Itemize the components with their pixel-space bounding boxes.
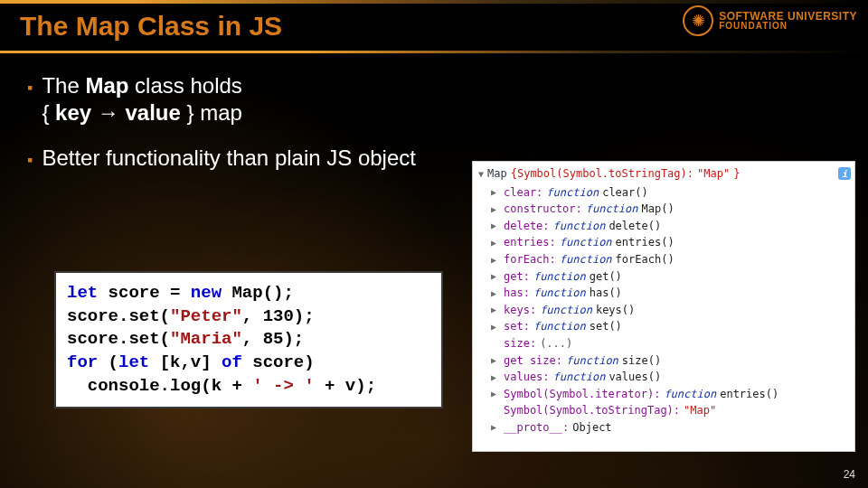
console-row[interactable]: size: (...) bbox=[478, 335, 851, 352]
console-function-sig: keys() bbox=[596, 302, 635, 319]
code-kw: for bbox=[67, 352, 108, 372]
console-function-sig: Map() bbox=[642, 201, 675, 218]
expand-triangle-icon[interactable]: ▶ bbox=[491, 185, 500, 200]
console-prop-name: constructor: bbox=[504, 201, 582, 218]
code-txt: ( bbox=[108, 352, 118, 372]
console-row[interactable]: ▶keys: function keys() bbox=[478, 302, 851, 319]
bullet-2: ▪ Better functionality than plain JS obj… bbox=[27, 145, 470, 172]
code-txt: + v); bbox=[315, 376, 376, 396]
console-plain-value: (...) bbox=[540, 335, 572, 352]
slide-title: The Map Class in JS bbox=[20, 11, 282, 42]
bullet-1-text: The Map class holds { key → value } map bbox=[42, 72, 242, 127]
code-kw: of bbox=[222, 352, 252, 372]
console-row[interactable]: ▶has: function has() bbox=[478, 285, 851, 302]
expand-triangle-icon[interactable]: ▼ bbox=[478, 167, 484, 182]
code-kw: new bbox=[191, 283, 222, 303]
bullet-1-bold2: key bbox=[55, 100, 98, 125]
logo-text: SOFTWARE UNIVERSITY FOUNDATION bbox=[719, 11, 857, 31]
info-icon[interactable]: i bbox=[838, 167, 851, 180]
code-txt: [k,v] bbox=[160, 352, 222, 372]
console-row[interactable]: ▶values: function values() bbox=[478, 369, 851, 386]
expand-triangle-icon[interactable]: ▶ bbox=[491, 202, 500, 217]
console-function-sig: size() bbox=[622, 352, 661, 370]
page-number: 24 bbox=[844, 468, 855, 481]
console-row[interactable]: ▶get size: function size() bbox=[478, 352, 851, 370]
console-row[interactable]: ▶entries: function entries() bbox=[478, 234, 851, 251]
console-object-value: Object bbox=[572, 419, 611, 436]
expand-triangle-icon[interactable]: ▶ bbox=[491, 353, 500, 368]
console-prop-name: Symbol(Symbol.iterator): bbox=[504, 386, 660, 403]
bullet-1-pre: The bbox=[42, 73, 85, 98]
code-txt: score = bbox=[98, 283, 191, 303]
console-function-sig: set() bbox=[590, 318, 622, 335]
code-sample: let score = new Map(); score.set("Peter"… bbox=[54, 271, 443, 408]
top-accent-bar bbox=[0, 0, 868, 4]
code-str: ' -> ' bbox=[252, 376, 314, 396]
console-row[interactable]: ▶set: function set() bbox=[478, 318, 851, 335]
expand-triangle-icon[interactable]: ▶ bbox=[491, 420, 500, 435]
code-txt: , 130); bbox=[242, 306, 315, 326]
title-underline bbox=[0, 51, 868, 53]
console-function-sig: entries() bbox=[720, 386, 778, 403]
expand-triangle-icon[interactable]: ▶ bbox=[491, 253, 500, 267]
console-prop-name: has: bbox=[504, 285, 530, 302]
console-map-label: Map bbox=[487, 165, 507, 183]
console-row[interactable]: ▶delete: function delete() bbox=[478, 218, 851, 235]
bullet-1: ▪ The Map class holds { key → value } ma… bbox=[27, 72, 470, 127]
expand-triangle-icon[interactable]: ▶ bbox=[491, 219, 500, 233]
console-string-value: "Map" bbox=[684, 402, 716, 419]
arrow-icon: → bbox=[98, 100, 119, 125]
console-function-sig: entries() bbox=[616, 234, 675, 251]
console-prop-name: get: bbox=[504, 268, 530, 286]
console-function-keyword: function bbox=[553, 369, 606, 386]
code-txt: score.set( bbox=[67, 329, 170, 349]
console-prop-name: __proto__: bbox=[504, 419, 569, 436]
devtools-console-panel: ▼ Map {Symbol(Symbol.toStringTag): "Map"… bbox=[472, 161, 855, 452]
console-prop-name: delete: bbox=[504, 218, 550, 235]
console-function-sig: clear() bbox=[602, 184, 648, 202]
console-function-keyword: function bbox=[553, 218, 606, 235]
console-row[interactable]: Symbol(Symbol.toStringTag): "Map" bbox=[478, 402, 851, 419]
console-function-sig: delete() bbox=[609, 218, 661, 235]
console-function-sig: forEach() bbox=[616, 251, 675, 268]
slide-content: ▪ The Map class holds { key → value } ma… bbox=[27, 72, 470, 190]
expand-triangle-icon[interactable]: ▶ bbox=[491, 371, 500, 385]
console-function-keyword: function bbox=[533, 285, 586, 302]
code-txt: , 85); bbox=[242, 329, 304, 349]
logo: ✺ SOFTWARE UNIVERSITY FOUNDATION bbox=[683, 5, 857, 36]
code-txt: score.set( bbox=[67, 306, 170, 326]
logo-line-2: FOUNDATION bbox=[719, 22, 857, 31]
console-head-close: } bbox=[733, 165, 740, 183]
console-row[interactable]: ▶Symbol(Symbol.iterator): function entri… bbox=[478, 386, 851, 403]
expand-triangle-icon[interactable]: ▶ bbox=[491, 303, 500, 317]
console-row[interactable]: ▶get: function get() bbox=[478, 268, 851, 286]
console-row[interactable]: ▶constructor: function Map() bbox=[478, 201, 851, 218]
console-prop-name: keys: bbox=[504, 302, 536, 319]
code-kw: let bbox=[118, 352, 160, 372]
expand-triangle-icon[interactable]: ▶ bbox=[491, 286, 500, 301]
console-function-keyword: function bbox=[560, 251, 612, 268]
code-kw: let bbox=[67, 283, 98, 303]
bullet-marker-icon: ▪ bbox=[27, 150, 33, 172]
console-prop-name: clear: bbox=[504, 184, 542, 202]
console-row[interactable]: ▶forEach: function forEach() bbox=[478, 251, 851, 268]
console-row[interactable]: ▶clear: function clear() bbox=[478, 184, 851, 202]
expand-triangle-icon[interactable]: ▶ bbox=[491, 269, 500, 284]
code-str: "Maria" bbox=[170, 329, 242, 349]
console-object-header[interactable]: ▼ Map {Symbol(Symbol.toStringTag): "Map"… bbox=[478, 165, 851, 183]
expand-triangle-icon[interactable]: ▶ bbox=[491, 320, 500, 334]
console-prop-name: size: bbox=[504, 335, 536, 352]
console-function-sig: values() bbox=[609, 369, 661, 386]
console-row[interactable]: ▶__proto__: Object bbox=[478, 419, 851, 436]
bullet-1-post: } map bbox=[181, 100, 242, 125]
code-txt: console.log(k + bbox=[67, 376, 252, 396]
expand-triangle-icon[interactable]: ▶ bbox=[491, 236, 500, 250]
console-prop-name: Symbol(Symbol.toStringTag): bbox=[504, 402, 680, 419]
console-function-keyword: function bbox=[533, 268, 586, 286]
console-head-key: {Symbol(Symbol.toStringTag): bbox=[511, 165, 693, 183]
bullet-marker-icon: ▪ bbox=[27, 78, 33, 127]
expand-triangle-icon[interactable]: ▶ bbox=[491, 387, 500, 401]
bullet-2-text: Better functionality than plain JS objec… bbox=[42, 145, 416, 172]
console-rows: ▶clear: function clear()▶constructor: fu… bbox=[478, 184, 851, 436]
bullet-1-bold1: Map bbox=[85, 73, 128, 98]
